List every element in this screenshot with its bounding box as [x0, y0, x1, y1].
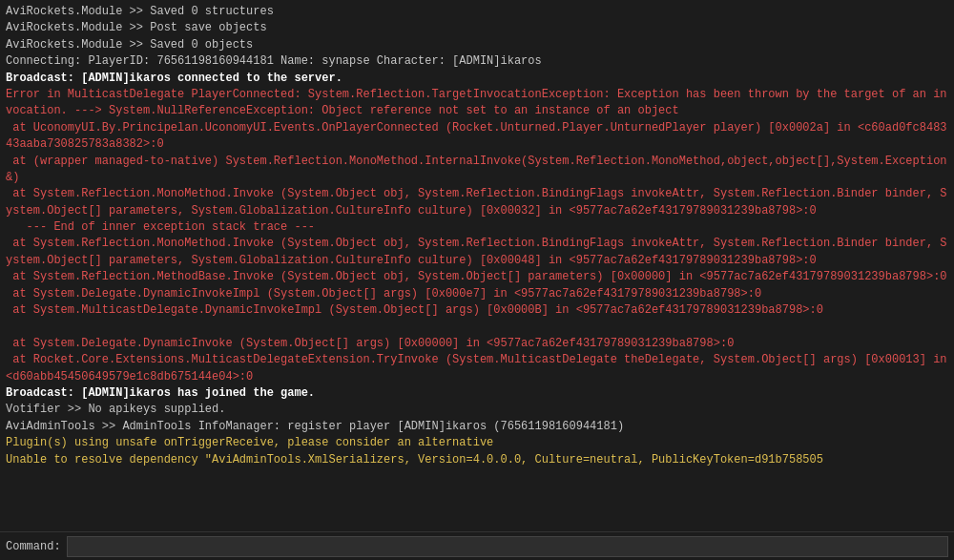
log-line: Broadcast: [ADMIN]ikaros connected to th…: [6, 71, 948, 87]
terminal-container: AviRockets.Module >> Saved 0 structuresA…: [0, 0, 954, 560]
log-line: Connecting: PlayerID: 76561198160944181 …: [6, 53, 948, 70]
log-area[interactable]: AviRockets.Module >> Saved 0 structuresA…: [0, 0, 954, 531]
log-line: Broadcast: [ADMIN]ikaros has joined the …: [6, 385, 948, 402]
command-bar: Command:: [0, 531, 954, 560]
log-line: Error in MulticastDelegate PlayerConnect…: [6, 87, 948, 385]
command-input[interactable]: [67, 536, 948, 557]
log-line: AviAdminTools >> AdminTools InfoManager:…: [6, 419, 948, 435]
log-line: Plugin(s) using unsafe onTriggerReceive,…: [6, 435, 948, 451]
log-line: AviRockets.Module >> Post save objects: [6, 20, 948, 36]
log-line: AviRockets.Module >> Saved 0 structures: [6, 4, 948, 20]
command-label: Command:: [6, 540, 61, 553]
log-line: AviRockets.Module >> Saved 0 objects: [6, 37, 948, 53]
log-line: Unable to resolve dependency "AviAdminTo…: [6, 452, 948, 468]
log-line: Votifier >> No apikeys supplied.: [6, 402, 948, 418]
